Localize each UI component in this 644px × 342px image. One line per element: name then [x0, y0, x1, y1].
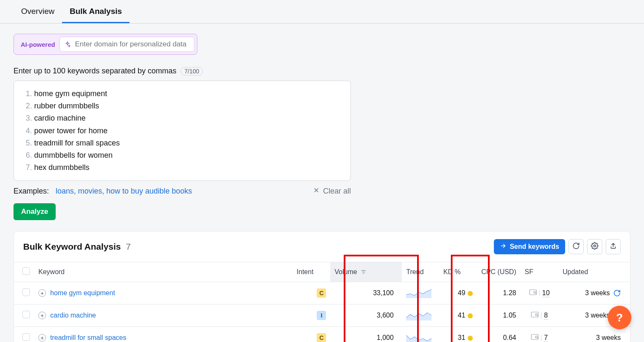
- tab-overview[interactable]: Overview: [13, 0, 62, 23]
- close-icon: [313, 187, 320, 196]
- sort-icon: [359, 268, 366, 275]
- kd-dot-icon: [468, 313, 473, 318]
- keyword-entry: hex dummbbells: [34, 162, 342, 174]
- ai-sparkle-icon: [64, 41, 71, 48]
- updated-value: 3 weeks: [596, 334, 621, 342]
- kd-dot-icon: [468, 336, 473, 341]
- svg-point-4: [536, 314, 538, 316]
- keyword-link[interactable]: cardio machine: [50, 312, 96, 319]
- col-sf[interactable]: SF: [520, 262, 558, 282]
- keywords-counter: 7/100: [181, 67, 203, 75]
- col-intent[interactable]: Intent: [292, 262, 330, 282]
- row-checkbox[interactable]: [22, 288, 30, 296]
- tab-bulk-analysis[interactable]: Bulk Analysis: [62, 0, 129, 23]
- clear-all-button[interactable]: Clear all: [313, 187, 351, 196]
- cpc-cell: 1.28: [477, 282, 520, 304]
- send-keywords-label: Send keywords: [510, 243, 559, 250]
- table-row: +cardio machineI3,600411.0583 weeks: [14, 304, 630, 327]
- cpc-cell: 1.05: [477, 304, 520, 327]
- col-keyword[interactable]: Keyword: [34, 262, 292, 282]
- keywords-header: Enter up to 100 keywords separated by co…: [13, 67, 631, 75]
- trend-sparkline: [406, 333, 435, 342]
- send-keywords-button[interactable]: Send keywords: [494, 239, 565, 254]
- send-icon: [500, 242, 507, 251]
- updated-value: 3 weeks: [585, 312, 610, 319]
- expand-icon[interactable]: +: [38, 289, 46, 297]
- keyword-entry: treadmill for small spaces: [34, 137, 342, 149]
- examples-label: Examples:: [13, 187, 49, 196]
- ai-powered-bar: AI-powered: [13, 34, 197, 55]
- examples-links[interactable]: loans, movies, how to buy audible books: [56, 187, 192, 196]
- upload-icon: [609, 242, 617, 251]
- domain-input[interactable]: [74, 40, 190, 49]
- trend-sparkline: [406, 288, 435, 298]
- volume-cell: 3,600: [330, 304, 402, 327]
- kd-dot-icon: [468, 291, 473, 296]
- kd-cell: 31: [439, 327, 477, 342]
- expand-icon[interactable]: +: [38, 334, 46, 342]
- svg-point-0: [594, 245, 596, 247]
- results-table: Keyword Intent Volume Trend KD % CPC (US…: [14, 262, 630, 342]
- serp-preview-icon[interactable]: [529, 289, 537, 297]
- updated-value: 3 weeks: [585, 289, 610, 297]
- ai-label: AI-powered: [16, 41, 59, 48]
- keywords-header-text: Enter up to 100 keywords separated by co…: [13, 67, 176, 75]
- cpc-cell: 0.64: [477, 327, 520, 342]
- kd-cell: 49: [439, 282, 477, 304]
- col-kd[interactable]: KD %: [439, 262, 477, 282]
- keyword-link[interactable]: home gym equipment: [50, 289, 115, 297]
- volume-cell: 1,000: [330, 327, 402, 342]
- col-cpc[interactable]: CPC (USD): [477, 262, 520, 282]
- reload-button[interactable]: [569, 239, 584, 254]
- intent-badge: C: [317, 333, 326, 342]
- keywords-textarea[interactable]: home gym equipment rubber dummbbells car…: [13, 81, 351, 181]
- expand-icon[interactable]: +: [38, 312, 46, 319]
- kd-cell: 41: [439, 304, 477, 327]
- export-button[interactable]: [606, 239, 621, 254]
- tabs-bar: Overview Bulk Analysis: [0, 0, 644, 24]
- table-row: +treadmill for small spacesC1,000310.647…: [14, 327, 630, 342]
- row-checkbox[interactable]: [22, 311, 30, 318]
- keyword-entry: cardio machine: [34, 112, 342, 124]
- svg-point-6: [536, 336, 538, 338]
- help-fab[interactable]: ?: [608, 306, 631, 329]
- reload-icon: [572, 242, 580, 251]
- keywords-list: home gym equipment rubber dummbbells car…: [22, 88, 342, 174]
- trend-sparkline: [406, 310, 435, 320]
- serp-preview-icon[interactable]: [531, 334, 539, 342]
- results-count: 7: [126, 242, 131, 252]
- col-trend[interactable]: Trend: [402, 262, 439, 282]
- col-volume-label: Volume: [334, 268, 357, 275]
- domain-input-wrapper: [59, 37, 194, 52]
- select-all-checkbox[interactable]: [22, 267, 30, 275]
- refresh-icon[interactable]: [613, 289, 621, 297]
- analyze-button[interactable]: Analyze: [13, 203, 56, 220]
- intent-badge: I: [317, 311, 326, 320]
- col-volume[interactable]: Volume: [330, 262, 402, 282]
- gear-icon: [591, 242, 598, 251]
- sf-value: 8: [544, 312, 548, 320]
- row-checkbox[interactable]: [22, 333, 30, 341]
- sf-value: 7: [544, 334, 548, 342]
- intent-badge: C: [317, 288, 326, 298]
- sf-value: 10: [542, 289, 550, 297]
- results-card: Bulk Keyword Analysis 7 Send keywords: [13, 231, 631, 342]
- table-row: +home gym equipmentC33,100491.28103 week…: [14, 282, 630, 304]
- volume-cell: 33,100: [330, 282, 402, 304]
- settings-button[interactable]: [587, 239, 602, 254]
- keyword-entry: power tower for home: [34, 125, 342, 137]
- col-updated[interactable]: Updated: [558, 262, 630, 282]
- serp-preview-icon[interactable]: [531, 312, 539, 319]
- clear-all-label: Clear all: [323, 187, 351, 196]
- keyword-entry: dummbbells for women: [34, 149, 342, 162]
- keyword-entry: rubber dummbbells: [34, 100, 342, 112]
- svg-point-2: [534, 291, 536, 294]
- results-title: Bulk Keyword Analysis: [23, 242, 121, 252]
- keyword-link[interactable]: treadmill for small spaces: [50, 334, 127, 342]
- keyword-entry: home gym equipment: [34, 88, 342, 100]
